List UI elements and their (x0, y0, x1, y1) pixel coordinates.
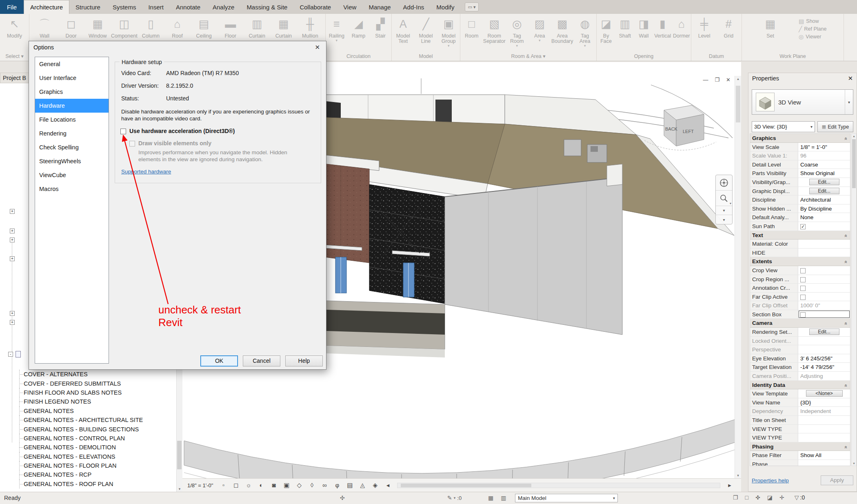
tree-item-cover-deferred-submittals[interactable]: COVER - DEFERRED SUBMITTALS (0, 379, 175, 388)
checkbox[interactable] (800, 286, 806, 291)
scroll-down-icon[interactable]: ▾ (737, 473, 739, 477)
view-instance-combo[interactable]: 3D View: {3D} ▾ (752, 121, 815, 132)
tree-item-general-notes-architectural-site[interactable]: GENERAL NOTES - ARCHITECTURAL SITE (0, 415, 175, 424)
options-nav-steeringwheels[interactable]: SteeringWheels (35, 154, 109, 168)
properties-section-graphics[interactable]: Graphics» (750, 134, 850, 143)
property-value[interactable]: ✓ (798, 222, 850, 231)
active-workset-combo[interactable]: Main Model ▾ (515, 494, 618, 502)
scroll-down-icon[interactable]: ▾ (179, 487, 181, 491)
show-crop-region-icon[interactable]: ◇ (294, 482, 304, 489)
viewcube-back-face[interactable]: BACK (665, 127, 678, 131)
checkbox[interactable] (800, 312, 806, 317)
tab-add-ins[interactable]: Add-Ins (397, 0, 431, 14)
edit-button[interactable]: Edit... (809, 188, 839, 194)
canvas-vertical-scrollbar[interactable]: ▴ ▾ (735, 76, 741, 478)
ribbon-button-curtain[interactable]: ▦Curtain (272, 15, 295, 39)
navbar-expand-button[interactable]: ▾ (716, 206, 732, 215)
collapse-chevron-icon[interactable]: » (843, 384, 850, 387)
scroll-right-icon[interactable]: ▸ (725, 482, 735, 489)
properties-section-phasing[interactable]: Phasing» (750, 442, 850, 451)
close-icon[interactable]: ✕ (848, 75, 853, 82)
edit-button[interactable]: Edit... (809, 329, 839, 335)
drag-on-selection-icon[interactable]: ✛ (779, 494, 784, 501)
ribbon-button-ref-plane[interactable]: ╱Ref Plane (799, 26, 826, 32)
ribbon-button-room-separator[interactable]: ▧RoomSeparator (483, 15, 506, 44)
property-value[interactable]: Edit... (798, 328, 850, 336)
ribbon-button-wall[interactable]: ⌒Wall (33, 15, 56, 39)
ribbon-button-stair[interactable]: ▞Stair (369, 15, 391, 39)
collapse-chevron-icon[interactable]: » (843, 261, 850, 264)
collapse-chevron-icon[interactable]: » (843, 322, 850, 325)
tree-item-general-notes-roof-plan[interactable]: GENERAL NOTES - ROOF PLAN (0, 480, 175, 488)
tree-expander-6[interactable]: - (8, 352, 13, 357)
close-icon[interactable]: ✕ (313, 44, 322, 51)
properties-section-text[interactable]: Text» (750, 231, 850, 240)
property-value[interactable]: Show Original (798, 169, 850, 178)
ribbon-button-grid[interactable]: #Grid (717, 15, 740, 39)
property-value[interactable] (798, 433, 850, 442)
collapse-chevron-icon[interactable]: » (843, 446, 850, 448)
filter-icon[interactable]: ▽ (795, 494, 799, 501)
tab-architecture[interactable]: Architecture (24, 0, 69, 14)
properties-section-extents[interactable]: Extents» (750, 257, 850, 266)
reveal-hidden-elements-icon[interactable]: φ (332, 482, 342, 489)
ribbon-button-room[interactable]: □Room (460, 15, 483, 39)
property-value[interactable]: Edit... (798, 187, 850, 195)
tab-file[interactable]: File (0, 0, 24, 14)
ok-button[interactable]: OK (200, 355, 238, 366)
horizontal-scroll-thumb[interactable] (401, 484, 531, 487)
checkbox[interactable] (800, 277, 806, 282)
tree-expander-4[interactable]: + (10, 311, 15, 316)
minimize-icon[interactable]: — (703, 77, 708, 83)
ribbon-button-door[interactable]: ◻Door (60, 15, 82, 39)
value-button[interactable]: <None> (806, 390, 843, 397)
ribbon-button-tag-room[interactable]: ◎TagRoom▾ (506, 15, 528, 48)
property-value[interactable] (798, 266, 850, 275)
property-value[interactable]: 1/8" = 1'-0" (798, 143, 850, 151)
ribbon-button-show[interactable]: ▤Show (799, 18, 826, 24)
property-value[interactable] (798, 345, 850, 354)
edit-button[interactable]: Edit... (809, 179, 839, 185)
ribbon-button-model-group[interactable]: ▣ModelGroup▾ (437, 15, 460, 48)
property-value[interactable] (798, 293, 850, 301)
options-nav-graphics[interactable]: Graphics (35, 85, 109, 99)
sun-path-icon[interactable]: ☼ (244, 482, 253, 489)
ribbon-button-railing[interactable]: ≡Railing▾ (326, 15, 348, 42)
steering-wheel-button[interactable] (716, 175, 732, 191)
options-nav-check-spelling[interactable]: Check Spelling (35, 140, 109, 154)
tree-item-general-notes-control-plan[interactable]: GENERAL NOTES - CONTROL PLAN (0, 434, 175, 443)
property-value[interactable]: None (798, 213, 850, 222)
property-value[interactable] (798, 275, 850, 284)
tree-item-general-notes-floor-plan[interactable]: GENERAL NOTES - FLOOR PLAN (0, 461, 175, 470)
ribbon-button-wall[interactable]: ◨Wall (634, 15, 653, 39)
tree-item-finish-legend-notes[interactable]: FINISH LEGEND NOTES (0, 397, 175, 406)
ribbon-button-column[interactable]: ▯Column (139, 15, 162, 39)
project-browser-scroll-thumb[interactable] (177, 441, 182, 469)
tab-massing-site[interactable]: Massing & Site (240, 0, 293, 14)
edit-type-button[interactable]: ▦ Edit Type (817, 121, 853, 132)
ribbon-button-area-boundary[interactable]: ▩AreaBoundary (551, 15, 574, 44)
select-underlay-icon[interactable]: □ (745, 494, 748, 501)
tree-item-general-notes-building-sections[interactable]: GENERAL NOTES - BUILDING SECTIONS (0, 424, 175, 433)
crop-view-icon[interactable]: ▣ (282, 482, 291, 489)
type-selector[interactable]: 3D View ▾ (752, 89, 853, 115)
ribbon-button-mullion[interactable]: ╫Mullion (299, 15, 322, 39)
property-value[interactable]: Show All (798, 451, 850, 460)
scroll-up-icon[interactable]: ▴ (737, 77, 739, 81)
navbar-options-button[interactable]: ▾ (716, 215, 732, 224)
scroll-down-icon[interactable]: ▾ (853, 462, 855, 465)
options-nav-hardware[interactable]: Hardware (35, 99, 109, 113)
property-value[interactable] (798, 249, 850, 257)
property-value[interactable]: Coarse (798, 160, 850, 169)
tree-item-general-notes-demolition[interactable]: GENERAL NOTES - DEMOLITION (0, 443, 175, 452)
tree-expander-0[interactable]: + (10, 209, 15, 214)
help-button[interactable]: Help (285, 355, 323, 366)
property-value[interactable]: 1000' 0" (798, 301, 850, 310)
detail-level-icon[interactable]: ▫ (218, 482, 228, 489)
ribbon-button-dormer[interactable]: ⌂Dormer (672, 15, 691, 39)
property-value[interactable]: 96 (798, 151, 850, 160)
ribbon-button-level[interactable]: ╪Level (693, 15, 716, 39)
viewcube-left-face[interactable]: LEFT (683, 129, 694, 134)
checkbox[interactable] (800, 268, 806, 273)
tab-analyze[interactable]: Analyze (206, 0, 240, 14)
